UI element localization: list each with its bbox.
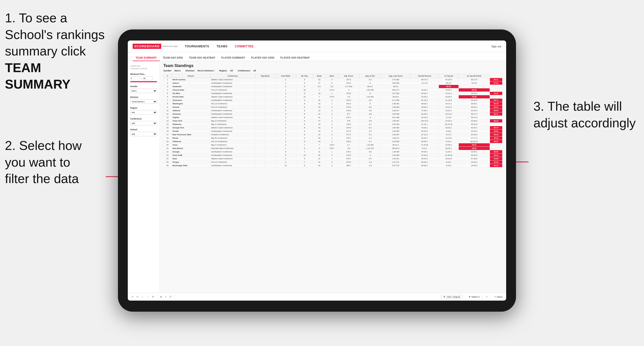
table-row: 12VirginiaAtlantic Coast Conference-3824…: [164, 116, 502, 119]
conference-filter: Conference (All): [130, 118, 157, 125]
update-time: Update time: 27/03/2024 16:56:26: [130, 65, 157, 70]
col-avg-par: Avg. to Par: [359, 74, 381, 78]
col-rank: #: [164, 74, 172, 78]
division-chip: Division: NCAA Division I: [186, 69, 214, 72]
watch-icon: 👁: [468, 296, 471, 298]
col-avg-low: Avg. Low Score: [381, 74, 410, 78]
main-content: Update time: 27/03/2024 16:56:26 Minimum…: [128, 61, 506, 293]
timer-icon[interactable]: ⏱: [169, 296, 172, 298]
sidebar: Update time: 27/03/2024 16:56:26 Minimum…: [128, 61, 160, 293]
toolbar-sep-2: [175, 295, 175, 299]
team-summary-bold: TEAM SUMMARY: [5, 61, 70, 92]
share-button[interactable]: ↗ Share: [494, 296, 502, 298]
region-select[interactable]: N/A All: [130, 110, 157, 115]
col-school: School: [171, 74, 210, 78]
tab-team-h2h-grid[interactable]: TEAM H2H GRID: [160, 56, 186, 61]
forward-icon[interactable]: →: [147, 296, 149, 298]
school-select[interactable]: (All): [130, 132, 157, 136]
table-row: 4Arizona StatePac-12 Conference-1261274.…: [164, 88, 502, 92]
share-icon: ↗: [494, 296, 496, 298]
table-row: 23Texas A&MSoutheastern Conference-91030…: [164, 154, 502, 157]
view-original-button[interactable]: 👁 View: Original: [441, 295, 462, 299]
instruction-2: 2. Select how you want to filter the dat…: [5, 137, 98, 187]
nav-tournaments[interactable]: TOURNAMENTS: [185, 45, 209, 48]
toolbar-sep-1: [157, 295, 157, 299]
table-row: 18IllinoisBig Ten Conference-19231279.1-…: [164, 137, 502, 140]
instruction-3: 3. The table will adjust accordingly: [534, 98, 637, 131]
tab-player-h2h-grid[interactable]: PLAYER H2H GRID: [248, 56, 278, 61]
col-adj-score: Adj. Score: [338, 74, 359, 78]
toolbar-sep-5: [491, 295, 491, 299]
watch-dropdown-icon: ▾: [478, 296, 480, 298]
tab-team-h2h-heatmap[interactable]: TEAM H2H HEATMAP: [186, 56, 218, 61]
table-row: 21New MexicoMountain West Conference-195…: [164, 147, 502, 150]
table-row: 11ArkansasSoutheastern Conference-582432…: [164, 112, 502, 116]
col-no-tour: No Tour: [296, 74, 313, 78]
redo-icon[interactable]: ↪: [136, 296, 138, 298]
col-conference: Conference: [210, 74, 255, 78]
nav-committee[interactable]: COMMITTEE: [235, 45, 254, 48]
toolbar-sep-4: [482, 295, 483, 299]
gender-select[interactable]: Men's Women's: [130, 89, 157, 93]
col-conf-rank: Conf Rank: [275, 74, 296, 78]
col-rnds: Rnds: [313, 74, 326, 78]
nav-teams[interactable]: TEAMS: [216, 45, 228, 48]
conference-select[interactable]: (All): [130, 121, 157, 125]
minimum-rank-filter: Minimum Rou... -: [130, 73, 157, 82]
nav-bar: SCOREBOARD Powered by clippi TOURNAMENTS…: [128, 40, 506, 52]
table-row: 10AlabamaSoutheastern Conference-5823327…: [164, 109, 502, 112]
standings-table: # School Conference Reg Rank Conf Rank N…: [164, 74, 502, 167]
bottom-toolbar: ↩ ↪ ← → ⟳ ⧉ + ⏱ 👁 View: Original 👁 Watch…: [128, 293, 506, 301]
tab-player-h2h-heatmap[interactable]: PLAYER H2H HEATMAP: [278, 56, 312, 61]
table-row: 15Georgia TechAtlantic Coast Conference-…: [164, 126, 502, 130]
table-row: 26Mississippi StateSoutheastern Conferen…: [164, 164, 502, 167]
gender-filter: Gender Men's Women's: [130, 85, 157, 93]
rank-from-input[interactable]: [130, 76, 140, 80]
table-row: 9ArizonaPac-12 Conference-28234276.3-6.6…: [164, 106, 502, 109]
logo: SCOREBOARD: [133, 44, 161, 49]
table-row: 20TexasBig 12 Conference-377278.60.71.44…: [164, 143, 502, 147]
expand-icon[interactable]: ⤢: [486, 296, 488, 298]
conference-chip: Conference: All: [238, 69, 256, 72]
table-row: 1North CarolinaAtlantic Coast Conference…: [164, 78, 502, 81]
col-overall: Overall Record: [410, 74, 438, 78]
col-wins: Wins: [326, 74, 338, 78]
logo-area: SCOREBOARD Powered by clippi: [133, 44, 178, 49]
col-vs-top25: Vs Top 25: [438, 74, 458, 78]
watch-button[interactable]: 👁 Watch ▾: [468, 296, 480, 298]
sub-nav: TEAM SUMMARY TEAM H2H GRID TEAM H2H HEAT…: [128, 52, 506, 61]
tab-player-summary[interactable]: PLAYER SUMMARY: [218, 56, 248, 61]
table-row: 25OregonPac-12 Conference-97210279.5-1.3…: [164, 161, 502, 164]
add-icon[interactable]: +: [165, 296, 166, 298]
rank-to-input[interactable]: [143, 76, 152, 80]
rank-slider[interactable]: [130, 81, 157, 82]
undo-icon[interactable]: ↩: [132, 296, 134, 298]
logo-subtitle: Powered by clippi: [162, 45, 178, 47]
table-row: 5Ole MissSoutheastern Conference-3618127…: [164, 92, 502, 95]
tablet-screen: SCOREBOARD Powered by clippi TOURNAMENTS…: [128, 40, 506, 301]
table-row: 2AuburnSoutheastern Conference-19276273.…: [164, 81, 502, 85]
table-row: 19CaliforniaPac-12 Conference-48242278.2…: [164, 140, 502, 143]
tablet-frame: SCOREBOARD Powered by clippi TOURNAMENTS…: [118, 29, 516, 312]
table-area: Team Standings Gender: Men's Division: N…: [160, 61, 506, 293]
region-chip: Region: All: [219, 69, 233, 72]
table-row: 13Texas TechBig 12 Conference-19272276-3…: [164, 119, 502, 123]
table-row: 14OklahomaBig 12 Conference-29242278.5-3…: [164, 123, 502, 126]
col-vs-top50: Vs Top 50 Points: [458, 74, 490, 78]
nav-links: TOURNAMENTS TEAMS COMMITTEE: [185, 45, 492, 48]
gender-chip: Gender: Men's: [164, 69, 180, 72]
school-filter: School (All): [130, 128, 157, 136]
table-row: 8WashingtonPac-12 Conference-28231276.3-…: [164, 102, 502, 106]
sign-out-button[interactable]: Sign out: [492, 45, 501, 48]
table-row: 17East Tennessee StateSouthern Conferenc…: [164, 133, 502, 137]
copy-icon[interactable]: ⧉: [160, 296, 162, 298]
division-filter: Division NCAA Division I NCAA Division I…: [130, 96, 157, 104]
tab-team-summary[interactable]: TEAM SUMMARY: [133, 56, 160, 61]
table-header-row: # School Conference Reg Rank Conf Rank N…: [164, 74, 502, 78]
table-filter-row: Gender: Men's Division: NCAA Division I …: [164, 69, 502, 72]
back-icon[interactable]: ←: [141, 296, 144, 298]
refresh-icon[interactable]: ⟳: [152, 296, 154, 298]
table-row: 6Florida StateAtlantic Coast Conference-…: [164, 95, 502, 99]
division-select[interactable]: NCAA Division I NCAA Division II NCAA Di…: [130, 99, 157, 104]
col-reg-rank: Reg Rank: [255, 74, 275, 78]
